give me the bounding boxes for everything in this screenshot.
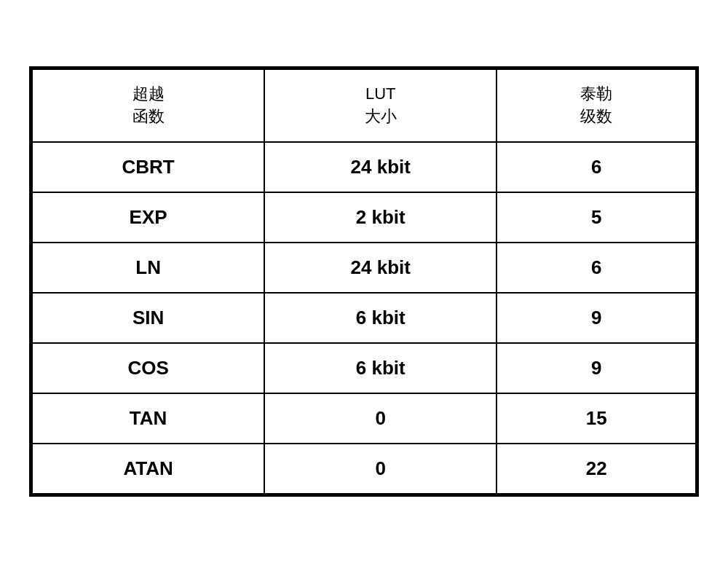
cell-lut: 24 kbit xyxy=(264,243,496,293)
cell-taylor: 5 xyxy=(496,192,696,243)
transcendental-table: 超越 函数 LUT 大小 泰勒 级数 CBRT24 kbit6EXP2 kbit… xyxy=(31,68,697,495)
cell-lut: 0 xyxy=(264,393,496,444)
header-taylor-line2: 级数 xyxy=(580,107,612,125)
cell-func: SIN xyxy=(32,293,264,343)
main-table-container: 超越 函数 LUT 大小 泰勒 级数 CBRT24 kbit6EXP2 kbit… xyxy=(29,66,699,497)
table-row: TAN015 xyxy=(32,393,696,444)
cell-lut: 2 kbit xyxy=(264,192,496,243)
header-taylor: 泰勒 级数 xyxy=(496,69,696,142)
cell-taylor: 15 xyxy=(496,393,696,444)
table-header-row: 超越 函数 LUT 大小 泰勒 级数 xyxy=(32,69,696,142)
cell-lut: 6 kbit xyxy=(264,343,496,393)
header-lut-line1: LUT xyxy=(365,84,396,103)
table-row: ATAN022 xyxy=(32,444,696,494)
header-func: 超越 函数 xyxy=(32,69,264,142)
table-row: CBRT24 kbit6 xyxy=(32,142,696,192)
cell-taylor: 22 xyxy=(496,444,696,494)
header-func-line1: 超越 xyxy=(132,84,165,103)
table-row: COS6 kbit9 xyxy=(32,343,696,393)
table-row: SIN6 kbit9 xyxy=(32,293,696,343)
header-taylor-line1: 泰勒 xyxy=(580,84,612,103)
cell-taylor: 9 xyxy=(496,293,696,343)
header-lut-line2: 大小 xyxy=(365,107,397,125)
cell-func: TAN xyxy=(32,393,264,444)
cell-func: CBRT xyxy=(32,142,264,192)
cell-taylor: 9 xyxy=(496,343,696,393)
table-body: CBRT24 kbit6EXP2 kbit5LN24 kbit6SIN6 kbi… xyxy=(32,142,696,494)
cell-func: LN xyxy=(32,243,264,293)
cell-taylor: 6 xyxy=(496,142,696,192)
cell-func: ATAN xyxy=(32,444,264,494)
header-func-line2: 函数 xyxy=(132,107,165,125)
table-row: EXP2 kbit5 xyxy=(32,192,696,243)
table-row: LN24 kbit6 xyxy=(32,243,696,293)
cell-lut: 0 xyxy=(264,444,496,494)
cell-taylor: 6 xyxy=(496,243,696,293)
cell-lut: 24 kbit xyxy=(264,142,496,192)
header-lut: LUT 大小 xyxy=(264,69,496,142)
cell-lut: 6 kbit xyxy=(264,293,496,343)
cell-func: EXP xyxy=(32,192,264,243)
cell-func: COS xyxy=(32,343,264,393)
